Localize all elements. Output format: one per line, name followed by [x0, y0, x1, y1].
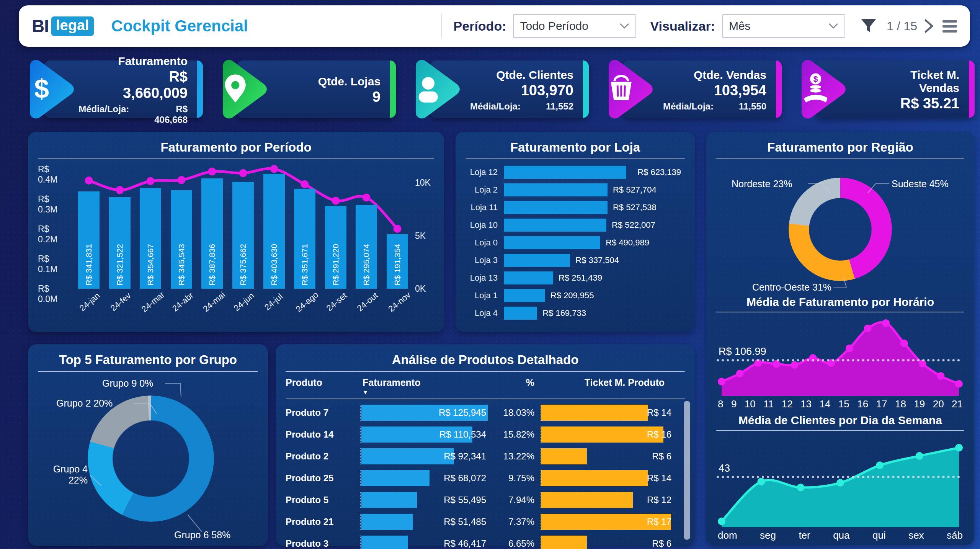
kpi-sub-value: R$ 406,668	[154, 104, 188, 125]
header-divider	[441, 14, 442, 38]
table-row[interactable]: Produto 5R$ 55,4957.94%R$ 12	[286, 489, 685, 511]
bar-value-label: R$ 345,543	[177, 244, 186, 286]
category-label: Loja 10	[466, 220, 504, 230]
area-chart[interactable]	[716, 436, 964, 527]
x-tick: 24-set	[325, 291, 349, 313]
header-underline	[286, 399, 685, 399]
bar-value-label: R$ 191,354	[393, 244, 402, 286]
bar[interactable]	[504, 219, 606, 232]
bar[interactable]	[504, 254, 570, 267]
faturamento-value: R$ 55,495	[444, 495, 486, 505]
category-label: Loja 13	[466, 273, 504, 283]
kpi-accent	[776, 60, 782, 118]
bar[interactable]: R$ 191,354	[387, 234, 408, 289]
kpi-card-clientes[interactable]: Qtde. Clientes 103,970 Média/Loja:11,552	[430, 60, 589, 118]
bar[interactable]: R$ 387,836	[201, 178, 223, 289]
kpi-card-vendas[interactable]: Qtde. Vendas 103,954 Média/Loja:11,550	[623, 60, 782, 118]
slice-label: Grupo 9 0%	[102, 378, 153, 389]
x-tick: ter	[799, 529, 810, 541]
produto-name: Produto 21	[286, 516, 360, 527]
x-tick: 24-mar	[140, 289, 167, 314]
kpi-value: R$ 3,660,009	[101, 69, 188, 101]
bar[interactable]: R$ 321,522	[109, 197, 131, 289]
x-tick: 18	[895, 398, 906, 410]
table-row[interactable]: Produto 2R$ 92,34113.22%R$ 6	[286, 445, 685, 467]
chart-title: Faturamento por Loja	[466, 138, 685, 158]
bar[interactable]	[504, 271, 553, 284]
kpi-value: 103,954	[680, 82, 766, 99]
category-label: Loja 3	[466, 255, 504, 265]
col-faturamento[interactable]: Faturamento ▼	[360, 377, 488, 395]
ticket-bar	[541, 536, 587, 549]
kpi-row: $ Faturamento R$ 3,660,009 Média/Loja:R$…	[44, 60, 976, 118]
ticket-bar	[541, 426, 663, 443]
y-tick: R$ 0.3M	[38, 194, 70, 215]
table-row[interactable]: Produto 3R$ 46,4176.65%R$ 6	[286, 533, 685, 549]
periodo-dropdown[interactable]: Todo Período	[513, 14, 636, 38]
donut-chart[interactable]	[88, 395, 214, 522]
filter-icon[interactable]	[861, 18, 877, 34]
bar[interactable]: R$ 354,667	[140, 188, 161, 289]
bar[interactable]	[504, 289, 545, 302]
table-row[interactable]: Produto 25R$ 68,0729.75%R$ 14	[286, 467, 685, 489]
kpi-card-ticket[interactable]: $ Ticket M. Vendas R$ 35.21	[816, 60, 975, 118]
y-tick: R$ 0.1M	[38, 254, 70, 274]
table-row[interactable]: Produto 14R$ 110,53415.82%R$ 16	[286, 423, 685, 445]
kpi-value: 103,970	[487, 82, 573, 99]
visualizar-dropdown[interactable]: Mês	[722, 14, 845, 38]
top-header: BI legal Cockpit Gerencial Período: Todo…	[19, 5, 970, 47]
table-body: Produto 7R$ 125,94518.03%R$ 14Produto 14…	[286, 402, 685, 549]
x-tick: 24-out	[355, 291, 380, 314]
bar-row: Loja 10R$ 522,007	[466, 218, 685, 232]
dollar-icon: $	[19, 57, 82, 121]
category-label: Loja 1	[466, 291, 504, 301]
col-ticket[interactable]: Ticket M. Produto	[534, 377, 668, 388]
faturamento-bar	[361, 470, 430, 486]
x-tick: 16	[857, 398, 868, 410]
y-tick: R$ 0.0M	[38, 284, 70, 304]
menu-icon[interactable]	[942, 20, 957, 33]
produto-name: Produto 3	[286, 538, 360, 549]
bar[interactable]: R$ 291,220	[325, 206, 346, 289]
next-page-icon[interactable]	[924, 19, 934, 33]
category-label: Loja 0	[466, 238, 504, 248]
kpi-sub-value: 11,552	[546, 101, 573, 112]
bar[interactable]: R$ 345,543	[171, 190, 192, 289]
bar[interactable]	[504, 236, 600, 249]
vertical-scrollbar[interactable]	[684, 401, 690, 540]
x-tick: 17	[876, 398, 887, 410]
bar[interactable]: R$ 375,662	[232, 182, 254, 289]
chevron-down-icon	[619, 23, 629, 29]
kpi-card-lojas[interactable]: Qtde. Lojas 9	[237, 60, 396, 118]
col-pct[interactable]: %	[488, 377, 534, 388]
kpi-title: Ticket M. Vendas	[873, 69, 959, 95]
produto-name: Produto 7	[286, 407, 360, 418]
bar[interactable]	[504, 201, 608, 214]
bar[interactable]	[504, 307, 537, 320]
x-tick: seg	[760, 529, 776, 541]
kpi-accent	[390, 60, 396, 118]
donut-chart[interactable]	[789, 178, 892, 281]
table-row[interactable]: Produto 21R$ 51,4857.37%R$ 17	[286, 511, 685, 533]
x-tick: qua	[833, 529, 849, 541]
bar[interactable]: R$ 403,630	[263, 174, 285, 289]
bar-value-label: R$ 295,074	[362, 244, 371, 286]
pct-value: 9.75%	[488, 473, 534, 484]
col-produto[interactable]: Produto	[286, 377, 360, 388]
table-row[interactable]: Produto 7R$ 125,94518.03%R$ 14	[286, 402, 685, 423]
faturamento-bar	[361, 448, 454, 464]
bar[interactable]	[504, 183, 608, 196]
bar[interactable]	[504, 166, 626, 179]
bar[interactable]: R$ 341,831	[78, 191, 100, 289]
slice-label: Centro-Oeste 31%	[752, 282, 831, 293]
bar-value-label: R$ 337,504	[575, 255, 619, 265]
kpi-accent	[969, 60, 975, 118]
faturamento-value: R$ 51,485	[444, 516, 486, 527]
faturamento-value: R$ 125,945	[439, 407, 486, 418]
ticket-value: R$ 12	[647, 495, 671, 505]
bar[interactable]: R$ 295,074	[356, 205, 377, 289]
ticket-bar	[541, 492, 633, 508]
kpi-card-faturamento[interactable]: $ Faturamento R$ 3,660,009 Média/Loja:R$…	[44, 60, 203, 118]
bar-value-label: R$ 354,667	[146, 244, 155, 286]
bar[interactable]: R$ 351,671	[294, 189, 315, 289]
